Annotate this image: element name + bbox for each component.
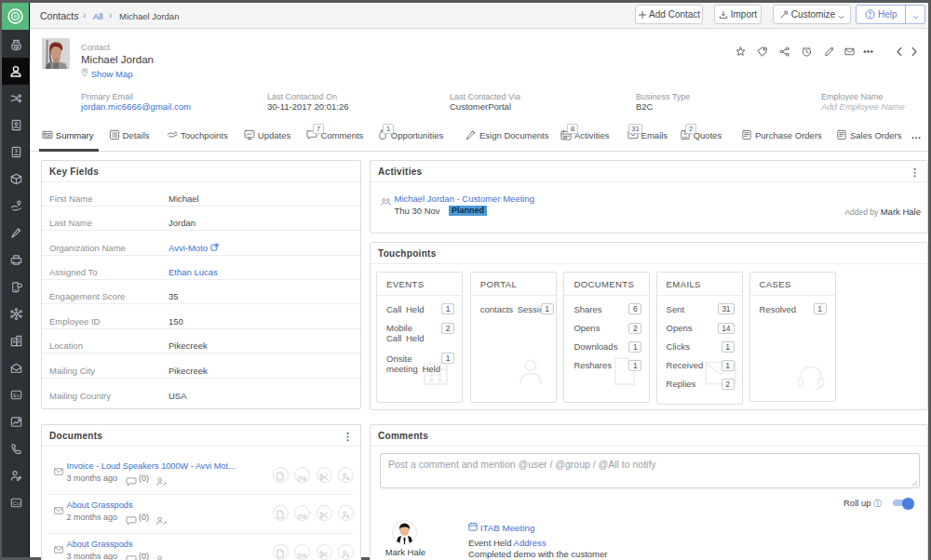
svg-text:Ex: Ex <box>12 392 19 398</box>
svg-text:Cu: Cu <box>12 499 20 505</box>
svg-text:$: $ <box>14 148 18 153</box>
svg-text:$: $ <box>15 44 18 48</box>
